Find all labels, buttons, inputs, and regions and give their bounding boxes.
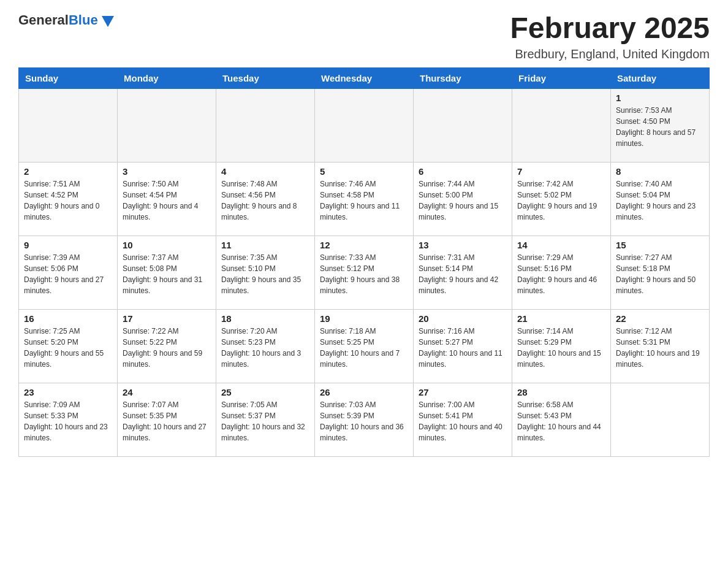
location-subtitle: Bredbury, England, United Kingdom (510, 47, 710, 61)
day-number: 11 (221, 240, 309, 250)
calendar-day-cell: 6Sunrise: 7:44 AM Sunset: 5:00 PM Daylig… (414, 162, 512, 236)
logo: GeneralBlue (18, 12, 114, 28)
calendar-header-row: Sunday Monday Tuesday Wednesday Thursday… (19, 67, 710, 88)
col-saturday: Saturday (611, 67, 710, 88)
day-number: 3 (123, 166, 211, 177)
day-info: Sunrise: 7:50 AM Sunset: 4:54 PM Dayligh… (123, 178, 211, 223)
day-info: Sunrise: 7:27 AM Sunset: 5:18 PM Dayligh… (616, 252, 704, 296)
day-info: Sunrise: 7:37 AM Sunset: 5:08 PM Dayligh… (123, 252, 211, 296)
day-number: 16 (24, 313, 112, 324)
calendar-day-cell: 16Sunrise: 7:25 AM Sunset: 5:20 PM Dayli… (19, 309, 118, 383)
day-info: Sunrise: 7:46 AM Sunset: 4:58 PM Dayligh… (320, 178, 408, 223)
calendar-table: Sunday Monday Tuesday Wednesday Thursday… (18, 67, 710, 457)
day-info: Sunrise: 7:44 AM Sunset: 5:00 PM Dayligh… (419, 178, 507, 223)
day-number: 18 (221, 313, 309, 324)
day-info: Sunrise: 7:39 AM Sunset: 5:06 PM Dayligh… (24, 252, 112, 296)
day-number: 10 (123, 240, 211, 250)
day-number: 28 (517, 387, 605, 397)
day-number: 22 (616, 313, 704, 324)
day-info: Sunrise: 7:05 AM Sunset: 5:37 PM Dayligh… (221, 399, 309, 443)
day-info: Sunrise: 7:18 AM Sunset: 5:25 PM Dayligh… (320, 326, 408, 370)
day-info: Sunrise: 7:35 AM Sunset: 5:10 PM Dayligh… (221, 252, 309, 296)
calendar-day-cell: 13Sunrise: 7:31 AM Sunset: 5:14 PM Dayli… (414, 236, 512, 309)
col-friday: Friday (512, 67, 611, 88)
day-info: Sunrise: 7:51 AM Sunset: 4:52 PM Dayligh… (24, 178, 112, 223)
calendar-day-cell: 28Sunrise: 6:58 AM Sunset: 5:43 PM Dayli… (512, 383, 611, 456)
day-info: Sunrise: 7:09 AM Sunset: 5:33 PM Dayligh… (24, 399, 112, 443)
day-info: Sunrise: 7:03 AM Sunset: 5:39 PM Dayligh… (320, 399, 408, 443)
day-info: Sunrise: 7:40 AM Sunset: 5:04 PM Dayligh… (616, 178, 704, 223)
day-info: Sunrise: 7:29 AM Sunset: 5:16 PM Dayligh… (517, 252, 605, 296)
col-sunday: Sunday (19, 67, 118, 88)
calendar-day-cell (315, 88, 414, 162)
page-header: GeneralBlue February 2025 Bredbury, Engl… (18, 12, 710, 61)
day-number: 26 (320, 387, 408, 397)
calendar-day-cell: 22Sunrise: 7:12 AM Sunset: 5:31 PM Dayli… (611, 309, 710, 383)
day-info: Sunrise: 7:07 AM Sunset: 5:35 PM Dayligh… (123, 399, 211, 443)
day-number: 7 (517, 166, 605, 177)
day-info: Sunrise: 7:14 AM Sunset: 5:29 PM Dayligh… (517, 326, 605, 370)
calendar-day-cell: 5Sunrise: 7:46 AM Sunset: 4:58 PM Daylig… (315, 162, 414, 236)
calendar-day-cell: 12Sunrise: 7:33 AM Sunset: 5:12 PM Dayli… (315, 236, 414, 309)
day-number: 2 (24, 166, 112, 177)
day-info: Sunrise: 7:53 AM Sunset: 4:50 PM Dayligh… (616, 105, 704, 149)
day-number: 12 (320, 240, 408, 250)
day-info: Sunrise: 6:58 AM Sunset: 5:43 PM Dayligh… (517, 399, 605, 443)
col-wednesday: Wednesday (315, 67, 414, 88)
col-tuesday: Tuesday (216, 67, 315, 88)
calendar-day-cell: 10Sunrise: 7:37 AM Sunset: 5:08 PM Dayli… (118, 236, 216, 309)
day-number: 24 (123, 387, 211, 397)
day-info: Sunrise: 7:00 AM Sunset: 5:41 PM Dayligh… (419, 399, 507, 443)
calendar-day-cell (216, 88, 315, 162)
logo-general-text: General (18, 12, 69, 28)
day-info: Sunrise: 7:16 AM Sunset: 5:27 PM Dayligh… (419, 326, 507, 370)
calendar-day-cell: 2Sunrise: 7:51 AM Sunset: 4:52 PM Daylig… (19, 162, 118, 236)
calendar-day-cell: 8Sunrise: 7:40 AM Sunset: 5:04 PM Daylig… (611, 162, 710, 236)
day-info: Sunrise: 7:33 AM Sunset: 5:12 PM Dayligh… (320, 252, 408, 296)
day-number: 25 (221, 387, 309, 397)
calendar-day-cell: 7Sunrise: 7:42 AM Sunset: 5:02 PM Daylig… (512, 162, 611, 236)
day-number: 27 (419, 387, 507, 397)
day-number: 9 (24, 240, 112, 250)
calendar-day-cell: 11Sunrise: 7:35 AM Sunset: 5:10 PM Dayli… (216, 236, 315, 309)
logo-triangle-icon (102, 16, 114, 27)
day-number: 15 (616, 240, 704, 250)
day-number: 4 (221, 166, 309, 177)
calendar-day-cell (19, 88, 118, 162)
day-info: Sunrise: 7:22 AM Sunset: 5:22 PM Dayligh… (123, 326, 211, 370)
calendar-week-row: 1Sunrise: 7:53 AM Sunset: 4:50 PM Daylig… (19, 88, 710, 162)
calendar-day-cell: 14Sunrise: 7:29 AM Sunset: 5:16 PM Dayli… (512, 236, 611, 309)
calendar-week-row: 16Sunrise: 7:25 AM Sunset: 5:20 PM Dayli… (19, 309, 710, 383)
day-number: 19 (320, 313, 408, 324)
day-number: 20 (419, 313, 507, 324)
calendar-day-cell: 21Sunrise: 7:14 AM Sunset: 5:29 PM Dayli… (512, 309, 611, 383)
calendar-week-row: 23Sunrise: 7:09 AM Sunset: 5:33 PM Dayli… (19, 383, 710, 456)
day-number: 6 (419, 166, 507, 177)
calendar-day-cell (118, 88, 216, 162)
day-info: Sunrise: 7:20 AM Sunset: 5:23 PM Dayligh… (221, 326, 309, 370)
calendar-day-cell: 26Sunrise: 7:03 AM Sunset: 5:39 PM Dayli… (315, 383, 414, 456)
calendar-day-cell: 27Sunrise: 7:00 AM Sunset: 5:41 PM Dayli… (414, 383, 512, 456)
calendar-day-cell: 4Sunrise: 7:48 AM Sunset: 4:56 PM Daylig… (216, 162, 315, 236)
day-info: Sunrise: 7:42 AM Sunset: 5:02 PM Dayligh… (517, 178, 605, 223)
calendar-week-row: 2Sunrise: 7:51 AM Sunset: 4:52 PM Daylig… (19, 162, 710, 236)
logo-blue-text: Blue (69, 12, 98, 28)
day-number: 13 (419, 240, 507, 250)
calendar-day-cell: 9Sunrise: 7:39 AM Sunset: 5:06 PM Daylig… (19, 236, 118, 309)
calendar-day-cell: 15Sunrise: 7:27 AM Sunset: 5:18 PM Dayli… (611, 236, 710, 309)
calendar-day-cell: 20Sunrise: 7:16 AM Sunset: 5:27 PM Dayli… (414, 309, 512, 383)
col-thursday: Thursday (414, 67, 512, 88)
day-number: 17 (123, 313, 211, 324)
day-info: Sunrise: 7:12 AM Sunset: 5:31 PM Dayligh… (616, 326, 704, 370)
calendar-day-cell: 18Sunrise: 7:20 AM Sunset: 5:23 PM Dayli… (216, 309, 315, 383)
day-info: Sunrise: 7:31 AM Sunset: 5:14 PM Dayligh… (419, 252, 507, 296)
month-year-title: February 2025 (510, 12, 710, 45)
title-block: February 2025 Bredbury, England, United … (510, 12, 710, 61)
calendar-day-cell: 24Sunrise: 7:07 AM Sunset: 5:35 PM Dayli… (118, 383, 216, 456)
calendar-week-row: 9Sunrise: 7:39 AM Sunset: 5:06 PM Daylig… (19, 236, 710, 309)
calendar-day-cell (414, 88, 512, 162)
col-monday: Monday (118, 67, 216, 88)
logo-wordmark: GeneralBlue (18, 12, 98, 28)
day-number: 5 (320, 166, 408, 177)
calendar-day-cell: 3Sunrise: 7:50 AM Sunset: 4:54 PM Daylig… (118, 162, 216, 236)
